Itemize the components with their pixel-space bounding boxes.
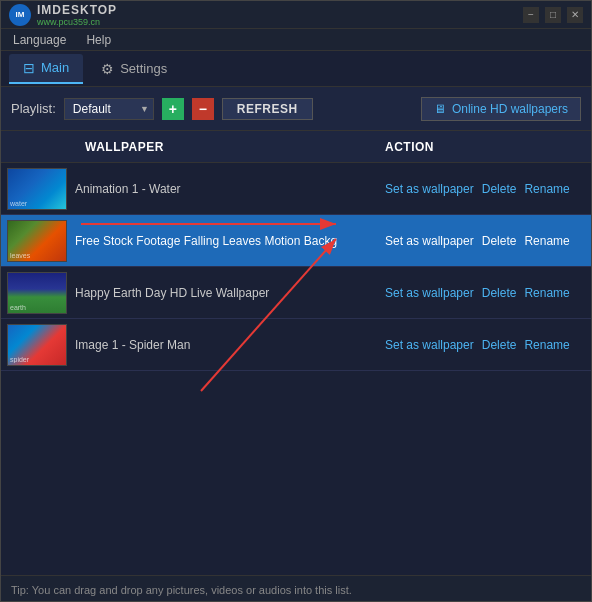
row-name: Animation 1 - Water <box>67 182 385 196</box>
row-actions: Set as wallpaper Delete Rename <box>385 234 585 248</box>
online-label: Online HD wallpapers <box>452 102 568 116</box>
minimize-button[interactable]: − <box>523 7 539 23</box>
thumb-label: water <box>10 200 64 207</box>
thumb-spider: spider <box>7 324 67 366</box>
maximize-button[interactable]: □ <box>545 7 561 23</box>
table-row[interactable]: spider Image 1 - Spider Man Set as wallp… <box>1 319 591 371</box>
playlist-label: Playlist: <box>11 101 56 116</box>
remove-playlist-button[interactable]: − <box>192 98 214 120</box>
row-name: Free Stock Footage Falling Leaves Motion… <box>67 234 385 248</box>
toolbar: Playlist: Default + − REFRESH 🖥 Online H… <box>1 87 591 131</box>
app-logo: IM <box>9 4 31 26</box>
close-button[interactable]: ✕ <box>567 7 583 23</box>
thumb-earth: earth <box>7 272 67 314</box>
thumb-water: water <box>7 168 67 210</box>
main-content: WALLPAPER ACTION water Animation 1 - Wat… <box>1 131 591 575</box>
set-wallpaper-link[interactable]: Set as wallpaper <box>385 286 474 300</box>
rename-link[interactable]: Rename <box>524 338 569 352</box>
table-row[interactable]: water Animation 1 - Water Set as wallpap… <box>1 163 591 215</box>
th-wallpaper: WALLPAPER <box>79 140 385 154</box>
online-wallpapers-button[interactable]: 🖥 Online HD wallpapers <box>421 97 581 121</box>
table-row[interactable]: earth Happy Earth Day HD Live Wallpaper … <box>1 267 591 319</box>
title-bar-left: IM IMDESKTOP www.pcu359.cn <box>9 3 117 27</box>
delete-link[interactable]: Delete <box>482 182 517 196</box>
th-action: ACTION <box>385 140 585 154</box>
set-wallpaper-link[interactable]: Set as wallpaper <box>385 234 474 248</box>
menu-bar: Language Help <box>1 29 591 51</box>
title-bar: IM IMDESKTOP www.pcu359.cn − □ ✕ <box>1 1 591 29</box>
table-row[interactable]: leaves Free Stock Footage Falling Leaves… <box>1 215 591 267</box>
tab-bar: ⊟ Main ⚙ Settings <box>1 51 591 87</box>
refresh-button[interactable]: REFRESH <box>222 98 313 120</box>
delete-link[interactable]: Delete <box>482 286 517 300</box>
thumb-leaves: leaves <box>7 220 67 262</box>
tab-main[interactable]: ⊟ Main <box>9 54 83 84</box>
watermark-text: www.pcu359.cn <box>37 17 117 27</box>
settings-tab-icon: ⚙ <box>101 61 114 77</box>
add-playlist-button[interactable]: + <box>162 98 184 120</box>
row-actions: Set as wallpaper Delete Rename <box>385 338 585 352</box>
title-info: IMDESKTOP www.pcu359.cn <box>37 3 117 27</box>
delete-link[interactable]: Delete <box>482 338 517 352</box>
thumb-label: earth <box>10 304 64 311</box>
set-wallpaper-link[interactable]: Set as wallpaper <box>385 338 474 352</box>
delete-link[interactable]: Delete <box>482 234 517 248</box>
table-header: WALLPAPER ACTION <box>1 131 591 163</box>
row-actions: Set as wallpaper Delete Rename <box>385 286 585 300</box>
table-body: water Animation 1 - Water Set as wallpap… <box>1 163 591 575</box>
rename-link[interactable]: Rename <box>524 286 569 300</box>
rename-link[interactable]: Rename <box>524 234 569 248</box>
rename-link[interactable]: Rename <box>524 182 569 196</box>
row-actions: Set as wallpaper Delete Rename <box>385 182 585 196</box>
menu-help[interactable]: Help <box>82 32 115 48</box>
tab-settings-label: Settings <box>120 61 167 76</box>
thumb-label: leaves <box>10 252 64 259</box>
tab-main-label: Main <box>41 60 69 75</box>
window-controls: − □ ✕ <box>523 7 583 23</box>
playlist-select-wrapper[interactable]: Default <box>64 98 154 120</box>
status-tip: Tip: You can drag and drop any pictures,… <box>11 584 352 596</box>
app-title: IMDESKTOP <box>37 3 117 17</box>
row-name: Image 1 - Spider Man <box>67 338 385 352</box>
row-name: Happy Earth Day HD Live Wallpaper <box>67 286 385 300</box>
status-bar: Tip: You can drag and drop any pictures,… <box>1 575 591 602</box>
set-wallpaper-link[interactable]: Set as wallpaper <box>385 182 474 196</box>
playlist-select[interactable]: Default <box>64 98 154 120</box>
main-tab-icon: ⊟ <box>23 60 35 76</box>
menu-language[interactable]: Language <box>9 32 70 48</box>
online-icon: 🖥 <box>434 102 446 116</box>
tab-settings[interactable]: ⚙ Settings <box>87 55 181 83</box>
thumb-label: spider <box>10 356 64 363</box>
